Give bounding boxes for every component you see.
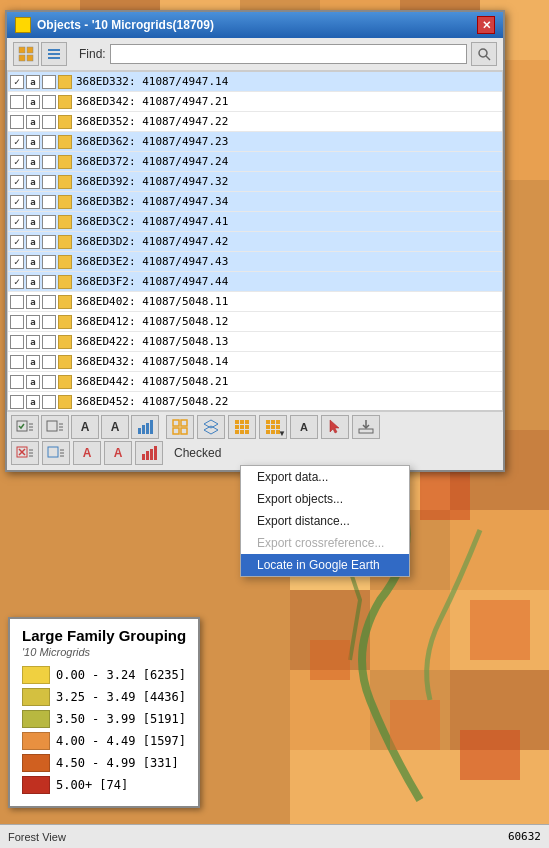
item-checkbox[interactable] [10, 295, 24, 309]
chart-btn[interactable] [131, 415, 159, 439]
item-checkbox[interactable] [10, 375, 24, 389]
list-item[interactable]: a368ED3D2: 41087/4947.42 [8, 232, 502, 252]
item-a-button[interactable]: a [26, 255, 40, 269]
item-color-swatch [58, 275, 72, 289]
list-item[interactable]: a368ED452: 41087/5048.22 [8, 392, 502, 411]
item-a-button[interactable]: a [26, 75, 40, 89]
item-a-button[interactable]: a [26, 195, 40, 209]
select-btn[interactable] [41, 415, 69, 439]
text-x2-btn[interactable]: A [104, 441, 132, 465]
item-color-swatch [58, 235, 72, 249]
grid-view-btn[interactable] [166, 415, 194, 439]
search-icon-btn[interactable] [471, 42, 497, 66]
context-menu-item[interactable]: Export objects... [241, 488, 409, 510]
svg-rect-34 [460, 730, 520, 780]
status-bar: Forest View 60632 [0, 824, 549, 848]
list-item[interactable]: a368ED442: 41087/5048.21 [8, 372, 502, 392]
item-checkbox[interactable] [10, 175, 24, 189]
svg-rect-32 [310, 640, 350, 680]
item-a-button[interactable]: a [26, 235, 40, 249]
context-menu-item[interactable]: Locate in Google Earth [241, 554, 409, 576]
item-a-button[interactable]: a [26, 395, 40, 409]
list-item[interactable]: a368ED3F2: 41087/4947.44 [8, 272, 502, 292]
rect-select-btn[interactable] [42, 441, 70, 465]
item-checkbox[interactable] [10, 335, 24, 349]
check-all-btn[interactable] [11, 415, 39, 439]
list-item[interactable]: a368ED422: 41087/5048.13 [8, 332, 502, 352]
find-input[interactable] [110, 44, 467, 64]
list-item[interactable]: a368ED432: 41087/5048.14 [8, 352, 502, 372]
cursor-btn[interactable] [321, 415, 349, 439]
export-btn[interactable] [352, 415, 380, 439]
item-square [42, 355, 56, 369]
svg-rect-59 [181, 428, 187, 434]
item-checkbox[interactable] [10, 215, 24, 229]
legend-panel: Large Family Grouping '10 Microgrids 0.0… [8, 617, 200, 808]
list-item[interactable]: a368ED352: 41087/4947.22 [8, 112, 502, 132]
grid3-btn[interactable] [228, 415, 256, 439]
item-checkbox[interactable] [10, 115, 24, 129]
list-item[interactable]: a368ED392: 41087/4947.32 [8, 172, 502, 192]
list-item[interactable]: a368ED3C2: 41087/4947.41 [8, 212, 502, 232]
svg-rect-62 [235, 420, 239, 424]
legend-row: 3.25 - 3.49 [4436] [22, 688, 186, 706]
list-item[interactable]: a368ED332: 41087/4947.14 [8, 72, 502, 92]
svg-rect-94 [146, 451, 149, 460]
svg-rect-95 [150, 449, 153, 460]
list-icon-btn[interactable] [41, 42, 67, 66]
item-a-button[interactable]: a [26, 175, 40, 189]
item-checkbox[interactable] [10, 135, 24, 149]
svg-rect-89 [48, 447, 58, 457]
item-a-button[interactable]: a [26, 115, 40, 129]
item-a-button[interactable]: a [26, 95, 40, 109]
item-checkbox[interactable] [10, 315, 24, 329]
item-a-button[interactable]: a [26, 155, 40, 169]
close-button[interactable]: ✕ [477, 16, 495, 34]
legend-row-label: 5.00+ [74] [56, 778, 128, 792]
text-edit-btn[interactable]: A [290, 415, 318, 439]
uncheck-btn[interactable] [11, 441, 39, 465]
grid-icon-btn[interactable] [13, 42, 39, 66]
item-checkbox[interactable] [10, 95, 24, 109]
item-a-button[interactable]: a [26, 295, 40, 309]
item-a-button[interactable]: a [26, 355, 40, 369]
item-a-button[interactable]: a [26, 215, 40, 229]
context-menu-item[interactable]: Export distance... [241, 510, 409, 532]
text-a-btn[interactable]: A [71, 415, 99, 439]
item-checkbox[interactable] [10, 275, 24, 289]
item-checkbox[interactable] [10, 155, 24, 169]
item-a-button[interactable]: a [26, 275, 40, 289]
layers-btn[interactable] [197, 415, 225, 439]
item-checkbox[interactable] [10, 355, 24, 369]
list-item[interactable]: a368ED412: 41087/5048.12 [8, 312, 502, 332]
list-item[interactable]: a368ED362: 41087/4947.23 [8, 132, 502, 152]
item-checkbox[interactable] [10, 255, 24, 269]
toolbar-row-1: A A ▼ A [11, 415, 499, 439]
list-item[interactable]: a368ED372: 41087/4947.24 [8, 152, 502, 172]
item-a-button[interactable]: a [26, 135, 40, 149]
legend-row: 3.50 - 3.99 [5191] [22, 710, 186, 728]
list-item[interactable]: a368ED402: 41087/5048.11 [8, 292, 502, 312]
item-a-button[interactable]: a [26, 315, 40, 329]
chart2-btn[interactable] [135, 441, 163, 465]
item-a-button[interactable]: a [26, 335, 40, 349]
items-list[interactable]: a368ED332: 41087/4947.14a368ED342: 41087… [7, 71, 503, 411]
list-item[interactable]: a368ED3B2: 41087/4947.34 [8, 192, 502, 212]
item-color-swatch [58, 355, 72, 369]
context-menu-item[interactable]: Export data... [241, 466, 409, 488]
item-a-button[interactable]: a [26, 375, 40, 389]
svg-rect-54 [146, 423, 149, 434]
legend-color-swatch [22, 732, 50, 750]
list-item[interactable]: a368ED342: 41087/4947.21 [8, 92, 502, 112]
text-x-btn[interactable]: A [73, 441, 101, 465]
dropdown-btn[interactable]: ▼ [259, 415, 287, 439]
item-checkbox[interactable] [10, 195, 24, 209]
item-checkbox[interactable] [10, 75, 24, 89]
item-checkbox[interactable] [10, 395, 24, 409]
text-a2-btn[interactable]: A [101, 415, 129, 439]
item-label: 368ED352: 41087/4947.22 [76, 115, 500, 128]
legend-row: 5.00+ [74] [22, 776, 186, 794]
item-color-swatch [58, 195, 72, 209]
list-item[interactable]: a368ED3E2: 41087/4947.43 [8, 252, 502, 272]
item-checkbox[interactable] [10, 235, 24, 249]
